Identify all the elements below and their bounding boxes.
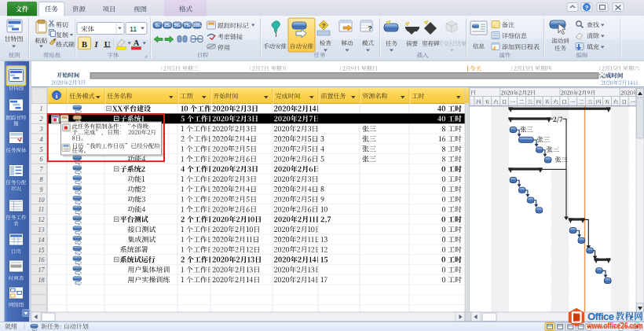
svg-text:2: 2 xyxy=(40,116,43,123)
svg-text:◢: ◢ xyxy=(145,53,148,58)
svg-text:6: 6 xyxy=(40,156,43,163)
svg-text:13: 13 xyxy=(38,226,45,234)
svg-text:A: A xyxy=(134,39,140,47)
svg-text:1: 1 xyxy=(40,105,43,112)
svg-text:9: 9 xyxy=(40,186,43,193)
svg-text:25x: 25x xyxy=(164,23,171,28)
svg-text:?: ? xyxy=(322,22,326,29)
svg-text:www.office26.com: www.office26.com xyxy=(587,321,643,330)
svg-text:?: ? xyxy=(585,4,589,11)
svg-text:11: 11 xyxy=(130,25,137,33)
svg-text:10: 10 xyxy=(38,197,45,204)
svg-text:50x: 50x xyxy=(174,23,181,28)
svg-text:8: 8 xyxy=(40,176,43,183)
svg-text:3: 3 xyxy=(39,126,43,133)
svg-text:0x: 0x xyxy=(156,23,160,28)
svg-text:5: 5 xyxy=(40,146,43,153)
svg-text:75x: 75x xyxy=(184,23,191,28)
svg-text:17: 17 xyxy=(38,267,46,274)
svg-text:?: ? xyxy=(368,24,372,32)
svg-text:15: 15 xyxy=(38,247,45,254)
svg-text:11: 11 xyxy=(38,206,44,213)
svg-text:4: 4 xyxy=(40,136,43,143)
svg-text:16: 16 xyxy=(38,256,45,263)
svg-text:18: 18 xyxy=(38,277,45,284)
svg-text:B: B xyxy=(82,40,87,49)
svg-text:14: 14 xyxy=(38,237,45,244)
svg-text:100x: 100x xyxy=(192,23,202,28)
svg-text:12: 12 xyxy=(38,216,45,223)
